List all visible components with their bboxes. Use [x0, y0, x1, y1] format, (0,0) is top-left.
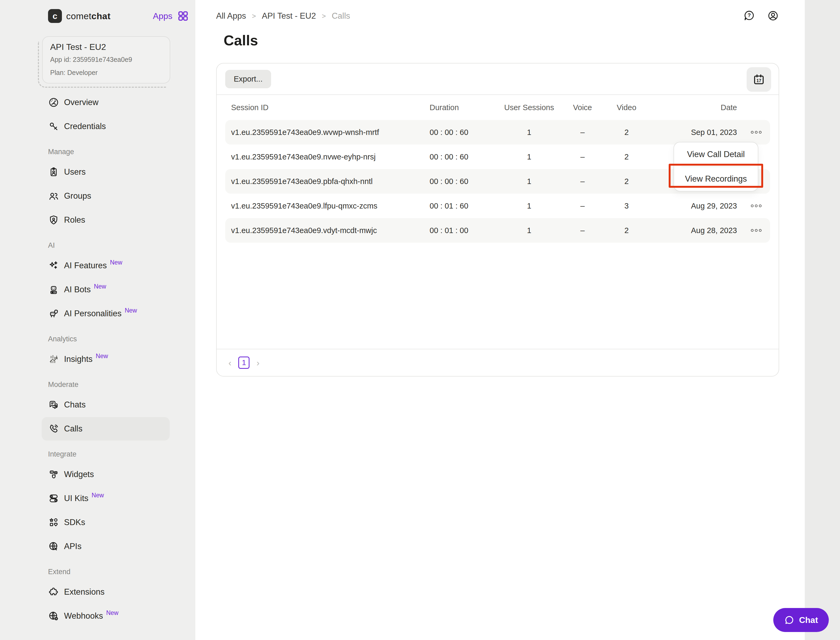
row-actions-menu-button[interactable] — [742, 131, 770, 134]
col-date: Date — [648, 103, 742, 112]
sidebar-item-ai-personalities[interactable]: AI Personalities New — [42, 302, 170, 325]
apps-label[interactable]: Apps — [153, 11, 172, 21]
page-number[interactable]: 1 — [238, 357, 250, 369]
cell-session-id: v1.eu.2359591e743ea0e9.pbfa-qhxh-nntl — [225, 177, 424, 186]
cell-voice: – — [560, 202, 605, 210]
row-actions-menu-button[interactable] — [742, 229, 770, 232]
sidebar-item-ai-features[interactable]: AI Features New — [42, 254, 170, 277]
sidebar-item-groups[interactable]: Groups — [42, 184, 170, 208]
cell-voice: – — [560, 152, 605, 162]
pagination: ‹ 1 › — [217, 349, 779, 376]
sidebar-item-label: AI Features — [64, 261, 107, 270]
shapes-icon — [48, 517, 59, 528]
page-gutter — [805, 0, 840, 640]
new-badge: New — [110, 259, 122, 266]
cell-session-id: v1.eu.2359591e743ea0e9.nvwe-eyhp-nrsj — [225, 152, 424, 162]
export-button[interactable]: Export... — [225, 70, 271, 88]
sidebar-item-label: APIs — [64, 542, 82, 551]
cell-video: 2 — [605, 128, 648, 137]
chat-button-label: Chat — [799, 615, 818, 625]
breadcrumb: All Apps > API Test - EU2 > Calls — [216, 11, 350, 21]
cell-video: 2 — [605, 152, 648, 162]
section-label-integrate: Integrate — [48, 450, 170, 458]
breadcrumb-current: Calls — [332, 11, 350, 21]
apps-switcher[interactable]: Apps — [153, 10, 189, 22]
card-toolbar: Export... 17 — [217, 64, 779, 95]
cell-user-sessions: 1 — [499, 152, 560, 162]
logo-text-bold: chat — [91, 11, 111, 21]
phone-icon — [48, 423, 59, 434]
sidebar-item-calls[interactable]: Calls — [42, 417, 170, 440]
cell-video: 2 — [605, 226, 648, 235]
sidebar-item-chats[interactable]: Chats — [42, 393, 170, 416]
cell-user-sessions: 1 — [499, 202, 560, 210]
calls-card: Export... 17 Session ID Duration User Se… — [216, 63, 779, 376]
cell-date: Sep 01, 2023 — [648, 128, 742, 137]
table-row: v1.eu.2359591e743ea0e9.wvwp-wnsh-mrtf 00… — [225, 120, 770, 144]
section-label-analytics: Analytics — [48, 335, 170, 343]
table-row: v1.eu.2359591e743ea0e9.vdyt-mcdt-mwjc 00… — [225, 218, 770, 243]
sidebar-item-users[interactable]: Users — [42, 160, 170, 184]
cell-voice: – — [560, 226, 605, 235]
toggles-icon — [48, 493, 59, 504]
sidebar-item-ui-kits[interactable]: UI Kits New — [42, 487, 170, 510]
new-badge: New — [94, 283, 106, 290]
section-label-ai: AI — [48, 242, 170, 250]
sidebar: c cometchat Apps API Test - EU2 App id: … — [0, 0, 195, 640]
current-app-card[interactable]: API Test - EU2 App id: 2359591e743ea0e9 … — [42, 36, 170, 83]
section-label-extend: Extend — [48, 568, 170, 576]
app-id: App id: 2359591e743ea0e9 — [50, 56, 162, 64]
col-duration: Duration — [424, 103, 499, 112]
sidebar-item-extensions[interactable]: Extensions — [42, 580, 170, 604]
new-badge: New — [125, 307, 137, 314]
calendar-icon: 17 — [752, 73, 765, 86]
sidebar-item-label: SDKs — [64, 518, 85, 527]
cell-duration: 00 : 00 : 60 — [424, 128, 499, 137]
sidebar-item-sdks[interactable]: SDKs — [42, 510, 170, 534]
sidebar-item-label: AI Personalities — [64, 309, 122, 318]
apps-grid-icon[interactable] — [177, 10, 189, 22]
logo-row: c cometchat Apps — [48, 8, 189, 24]
calendar-button[interactable]: 17 — [747, 67, 771, 92]
sidebar-item-apis[interactable]: APIs — [42, 535, 170, 558]
prev-page-chevron-icon[interactable]: ‹ — [228, 358, 231, 368]
svg-text:?: ? — [747, 12, 750, 18]
row-actions-menu-button[interactable] — [742, 205, 770, 207]
account-icon[interactable] — [767, 10, 779, 22]
table-row: v1.eu.2359591e743ea0e9.lfpu-qmxc-zcms 00… — [225, 194, 770, 218]
sidebar-item-insights[interactable]: Insights New — [42, 347, 170, 371]
section-label-manage: Manage — [48, 148, 170, 156]
chat-widget-button[interactable]: Chat — [773, 608, 829, 632]
col-video: Video — [605, 103, 648, 112]
cell-session-id: v1.eu.2359591e743ea0e9.vdyt-mcdt-mwjc — [225, 226, 424, 235]
sidebar-item-webhooks[interactable]: Webhooks New — [42, 604, 170, 628]
cell-user-sessions: 1 — [499, 226, 560, 235]
table-header-row: Session ID Duration User Sessions Voice … — [225, 95, 770, 120]
menu-item-view-recordings[interactable]: View Recordings — [674, 167, 758, 191]
col-user-sessions: User Sessions — [499, 103, 560, 112]
sidebar-nav: Overview Credentials Manage Users Groups… — [42, 91, 170, 628]
users-icon — [48, 190, 59, 202]
breadcrumb-app[interactable]: API Test - EU2 — [262, 11, 316, 21]
id-card-icon — [48, 166, 59, 178]
sidebar-item-overview[interactable]: Overview — [42, 91, 170, 114]
sidebar-item-ai-bots[interactable]: AI Bots New — [42, 278, 170, 301]
sidebar-item-label: Credentials — [64, 122, 106, 131]
cell-video: 3 — [605, 202, 648, 210]
sidebar-item-label: Insights — [64, 354, 93, 364]
cell-duration: 00 : 00 : 60 — [424, 177, 499, 186]
sidebar-item-roles[interactable]: Roles — [42, 208, 170, 232]
cell-voice: – — [560, 128, 605, 137]
sidebar-item-label: Roles — [64, 215, 85, 225]
cell-date: Aug 28, 2023 — [648, 226, 742, 235]
bot-icon — [48, 284, 59, 295]
widget-icon — [48, 469, 59, 480]
sidebar-item-credentials[interactable]: Credentials — [42, 115, 170, 138]
breadcrumb-all-apps[interactable]: All Apps — [216, 11, 246, 21]
sidebar-item-widgets[interactable]: Widgets — [42, 462, 170, 486]
next-page-chevron-icon[interactable]: › — [256, 358, 260, 368]
sidebar-item-label: Widgets — [64, 470, 94, 479]
menu-item-view-call-detail[interactable]: View Call Detail — [674, 142, 758, 166]
sidebar-item-label: Calls — [64, 424, 82, 434]
help-icon[interactable]: ? — [743, 10, 755, 22]
